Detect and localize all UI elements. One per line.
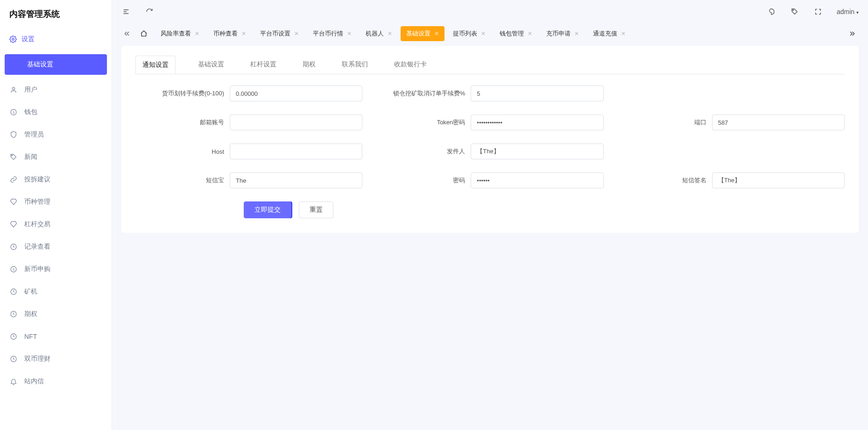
sidebar-item-label: 投拆建议 xyxy=(24,175,50,184)
inner-tabs: 通知设置 基础设置 杠杆设置 期权 联系我们 收款银行卡 xyxy=(121,46,859,74)
sidebar-item-miner[interactable]: 矿机 xyxy=(0,280,112,303)
tab-item-active[interactable]: 基础设置✕ xyxy=(401,26,445,41)
sidebar-item-label: 新闻 xyxy=(24,153,37,161)
sidebar-item-label: 期权 xyxy=(24,310,37,318)
inner-tab-option[interactable]: 期权 xyxy=(299,60,319,74)
input-host[interactable] xyxy=(230,143,362,159)
tab-home[interactable] xyxy=(135,26,152,41)
sidebar-item-user[interactable]: 用户 xyxy=(0,79,112,101)
close-icon[interactable]: ✕ xyxy=(528,31,532,36)
input-password[interactable] xyxy=(471,172,603,188)
label-password: 密码 xyxy=(376,176,465,185)
close-icon[interactable]: ✕ xyxy=(195,31,199,36)
sidebar-item-sitemsg[interactable]: 站内信 xyxy=(0,370,112,393)
inner-tab-lever[interactable]: 杠杆设置 xyxy=(247,60,280,74)
tab-item[interactable]: 提币列表✕ xyxy=(447,26,491,41)
close-icon[interactable]: ✕ xyxy=(481,31,486,36)
tab-item[interactable]: 平台币设置✕ xyxy=(254,26,304,41)
sidebar-item-new-coin[interactable]: $ 新币申购 xyxy=(0,258,112,280)
user-menu[interactable]: admin ▾ xyxy=(837,8,859,15)
sidebar-item-label: 用户 xyxy=(24,86,37,94)
close-icon[interactable]: ✕ xyxy=(388,31,392,36)
svg-point-12 xyxy=(793,10,794,11)
tab-item[interactable]: 充币申请✕ xyxy=(541,26,585,41)
clock-icon xyxy=(9,355,18,363)
reset-button[interactable]: 重置 xyxy=(299,201,333,218)
sidebar-item-label: 管理员 xyxy=(24,130,44,139)
close-icon[interactable]: ✕ xyxy=(241,31,246,36)
sidebar-item-leverage[interactable]: 杠杆交易 xyxy=(0,213,112,236)
card: 通知设置 基础设置 杠杆设置 期权 联系我们 收款银行卡 货币划转手续费(0-1… xyxy=(121,46,859,233)
coin-icon: $ xyxy=(9,265,18,273)
field-mining-cancel-fee: 锁仓挖矿取消订单手续费% xyxy=(376,86,603,101)
inner-tab-bankcard[interactable]: 收款银行卡 xyxy=(390,60,430,74)
submit-button[interactable]: 立即提交 xyxy=(244,201,291,218)
tab-item[interactable]: 机器人✕ xyxy=(360,26,398,41)
close-icon[interactable]: ✕ xyxy=(434,31,439,36)
sidebar-item-admin[interactable]: 管理员 xyxy=(0,123,112,146)
inner-tab-notify[interactable]: 通知设置 xyxy=(135,56,176,74)
sidebar-item-basic-settings[interactable]: 基础设置 xyxy=(5,54,107,75)
theme-icon[interactable] xyxy=(767,7,776,16)
close-icon[interactable]: ✕ xyxy=(574,31,579,36)
refresh-icon[interactable] xyxy=(145,7,154,16)
input-mining-cancel-fee[interactable] xyxy=(471,86,603,101)
label-sender: 发件人 xyxy=(376,147,465,156)
link-icon xyxy=(9,176,18,183)
inner-tab-basic[interactable]: 基础设置 xyxy=(194,60,228,74)
tab-item[interactable]: 币种查看✕ xyxy=(208,26,252,41)
close-icon[interactable]: ✕ xyxy=(294,31,299,36)
fullscreen-icon[interactable] xyxy=(813,7,823,16)
input-transfer-fee[interactable] xyxy=(230,86,362,101)
collapse-icon[interactable] xyxy=(121,7,131,16)
sidebar-item-feedback[interactable]: 投拆建议 xyxy=(0,168,112,191)
label-sms-bao: 短信宝 xyxy=(135,176,224,185)
inner-tab-contact[interactable]: 联系我们 xyxy=(338,60,372,74)
tab-label: 基础设置 xyxy=(406,29,430,38)
input-port[interactable] xyxy=(712,115,845,130)
tab-item[interactable]: 平台币行情✕ xyxy=(307,26,357,41)
main: admin ▾ 风险率查看✕ 币种查看✕ 平台币设置✕ 平台币行情✕ 机器人✕ … xyxy=(112,0,868,430)
input-email-account[interactable] xyxy=(230,115,362,130)
home-icon xyxy=(140,30,148,37)
tab-item[interactable]: 风险率查看✕ xyxy=(155,26,205,41)
label-port: 端口 xyxy=(618,118,706,127)
sidebar-item-nft[interactable]: NFT xyxy=(0,325,112,348)
tabs-more[interactable] xyxy=(846,27,859,40)
tab-item[interactable]: 钱包管理✕ xyxy=(494,26,538,41)
sidebar-item-records[interactable]: 记录查看 xyxy=(0,236,112,258)
close-icon[interactable]: ✕ xyxy=(621,31,626,36)
sidebar-item-news[interactable]: 新闻 xyxy=(0,146,112,168)
close-icon[interactable]: ✕ xyxy=(347,31,352,36)
tab-label: 通道充值 xyxy=(593,29,617,38)
sidebar-item-coin-mgmt[interactable]: 币种管理 xyxy=(0,191,112,213)
field-email-account: 邮箱账号 xyxy=(135,115,362,130)
input-sender[interactable] xyxy=(471,143,603,159)
sidebar-root-settings[interactable]: 设置 xyxy=(0,28,107,50)
chevron-down-icon: ▾ xyxy=(856,10,859,15)
sidebar-item-label: 杠杆交易 xyxy=(24,220,50,229)
field-password: 密码 xyxy=(376,172,603,188)
diamond-icon xyxy=(9,198,18,206)
sidebar-item-wallet[interactable]: $ 钱包 xyxy=(0,101,112,123)
sidebar-item-label: 矿机 xyxy=(24,287,37,296)
tab-label: 币种查看 xyxy=(213,29,238,38)
tag-icon[interactable] xyxy=(790,7,799,16)
input-sms-bao[interactable] xyxy=(230,172,362,188)
content: 通知设置 基础设置 杠杆设置 期权 联系我们 收款银行卡 货币划转手续费(0-1… xyxy=(112,46,868,242)
input-token-pwd[interactable] xyxy=(471,115,603,130)
sidebar-item-label: 双币理财 xyxy=(24,355,50,363)
label-mining-cancel-fee: 锁仓挖矿取消订单手续费% xyxy=(376,89,465,98)
input-sms-sign[interactable] xyxy=(712,172,845,188)
sidebar-item-dualcoin[interactable]: 双币理财 xyxy=(0,348,112,370)
tab-item[interactable]: 通道充值✕ xyxy=(587,26,631,41)
tab-label: 充币申请 xyxy=(546,29,571,38)
field-port: 端口 xyxy=(618,115,845,130)
field-transfer-fee: 货币划转手续费(0-100) xyxy=(135,86,362,101)
label-email-account: 邮箱账号 xyxy=(135,118,224,127)
field-sms-bao: 短信宝 xyxy=(135,172,362,188)
tab-label: 风险率查看 xyxy=(161,29,191,38)
sidebar-item-option[interactable]: 期权 xyxy=(0,303,112,325)
tabs-scroll-left[interactable] xyxy=(121,28,133,39)
clock-icon xyxy=(9,310,18,318)
